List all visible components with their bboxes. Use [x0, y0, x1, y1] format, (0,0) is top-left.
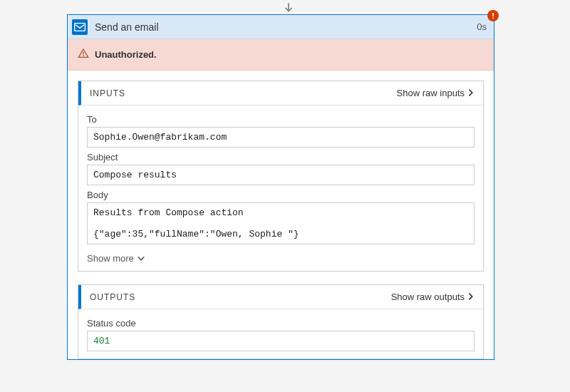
status-code-value[interactable]: 401 — [87, 331, 475, 351]
body-label: Body — [87, 190, 475, 200]
show-raw-outputs-label: Show raw outputs — [391, 292, 465, 302]
show-raw-inputs-label: Show raw inputs — [397, 88, 465, 98]
svg-point-4 — [83, 56, 84, 56]
outlook-icon — [72, 19, 88, 35]
outputs-title: OUTPUTS — [90, 292, 391, 302]
card-duration: 0s — [477, 21, 487, 32]
error-message: Unauthorized. — [95, 49, 157, 60]
to-value[interactable]: Sophie.Owen@fabrikam.com — [87, 127, 475, 148]
body-field: Body Results from Compose action {"age":… — [87, 190, 475, 244]
body-value[interactable]: Results from Compose action {"age":35,"f… — [87, 202, 475, 244]
chevron-down-icon — [137, 254, 145, 264]
subject-field: Subject Compose results — [87, 152, 475, 185]
action-card: ! Send an email 0s Unauthorized. — [67, 14, 494, 360]
subject-label: Subject — [87, 152, 475, 163]
error-badge-icon: ! — [487, 10, 499, 21]
subject-value[interactable]: Compose results — [87, 165, 475, 185]
outputs-section: OUTPUTS Show raw outputs Status code 401 — [78, 284, 484, 359]
to-label: To — [87, 114, 475, 125]
chevron-right-icon — [467, 292, 475, 302]
card-header[interactable]: Send an email 0s — [68, 15, 494, 39]
show-more-link[interactable]: Show more — [87, 253, 145, 264]
warning-icon — [78, 48, 89, 61]
inputs-section: INPUTS Show raw inputs To Sophie.Owen@fa… — [78, 81, 484, 272]
to-field: To Sophie.Owen@fabrikam.com — [87, 114, 475, 148]
chevron-right-icon — [467, 88, 475, 98]
inputs-title: INPUTS — [90, 88, 397, 98]
svg-rect-1 — [75, 23, 86, 31]
show-more-label: Show more — [87, 253, 134, 264]
status-code-label: Status code — [87, 318, 475, 329]
show-raw-inputs-link[interactable]: Show raw inputs — [397, 88, 475, 98]
error-bar: Unauthorized. — [68, 39, 494, 71]
show-raw-outputs-link[interactable]: Show raw outputs — [391, 292, 475, 302]
status-code-field: Status code 401 — [87, 318, 475, 351]
card-title: Send an email — [95, 21, 477, 33]
